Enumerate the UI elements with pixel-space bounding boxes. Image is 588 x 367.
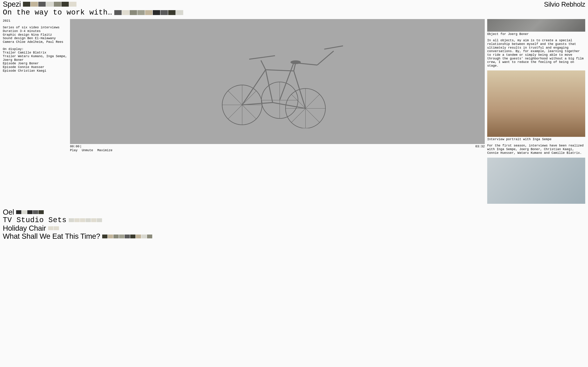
svg-line-13 <box>261 60 266 70</box>
body-paragraph: In all objects, my aim is to create a sp… <box>487 39 585 68</box>
right-column: Object for Joerg Boner In all objects, m… <box>487 19 585 204</box>
project-title: What Shall We Eat This Time? <box>3 232 100 240</box>
video-player[interactable] <box>70 19 485 144</box>
play-button[interactable]: Play <box>70 149 78 152</box>
project-row-spezi[interactable]: Spezi <box>3 0 585 8</box>
svg-point-18 <box>291 60 301 64</box>
project-title: Holiday Chair <box>3 224 46 233</box>
svg-line-17 <box>324 46 343 49</box>
maximize-button[interactable]: Maximize <box>97 149 112 152</box>
video-area: 00:00 | 03:32 Play Unmute Maximize <box>70 19 485 204</box>
project-row-oel[interactable]: Oel <box>3 208 585 216</box>
video-progress-bar[interactable]: 00:00 | 03:32 <box>70 145 485 148</box>
display-item[interactable]: Episode Joerg Boner <box>3 62 68 65</box>
project-title: Spezi <box>3 0 21 8</box>
project-row-on-the-way[interactable]: On the way to work with… <box>3 8 585 17</box>
thumbnail-strip[interactable] <box>48 226 59 230</box>
on-display-label: On display: <box>3 47 68 51</box>
credit-line: Camera Chloe Adelheim, Paul Rees <box>3 40 68 44</box>
display-item[interactable]: Trailer Camille Blatrix <box>3 51 68 55</box>
image-caption: Interview portrait with Inga Sempe <box>487 138 585 141</box>
credit-line: Sound design Ben El-Halawany <box>3 36 68 40</box>
image-additional <box>487 158 585 204</box>
project-title: TV Studio Sets <box>3 216 67 224</box>
time-current: 00:00 <box>70 145 79 148</box>
body-paragraph: For the first season, interviews have be… <box>487 144 585 155</box>
sidebar: 2021 Series of six video interviews Dura… <box>3 19 68 204</box>
video-controls: Play Unmute Maximize <box>70 149 485 152</box>
display-item[interactable]: Episode Connie Huesser <box>3 65 68 69</box>
project-row-holiday-chair[interactable]: Holiday Chair <box>3 224 585 233</box>
unmute-button[interactable]: Unmute <box>82 149 93 152</box>
site-name[interactable]: Silvio Rebholz <box>544 1 585 8</box>
thumbnail-strip[interactable] <box>23 2 77 7</box>
project-year: 2021 <box>3 19 68 23</box>
image-object-boner <box>487 19 585 32</box>
credit-line: Duration 3-4 minutes <box>3 29 68 33</box>
display-item[interactable]: Episode Christian Kaegi <box>3 69 68 73</box>
svg-line-16 <box>317 51 334 65</box>
credit-line: Graphic design Nina Flaitz <box>3 33 68 37</box>
time-total: 03:32 <box>475 145 485 148</box>
project-row-tv-studio[interactable]: TV Studio Sets <box>3 216 585 224</box>
thumbnail-strip[interactable] <box>114 10 183 15</box>
project-title: On the way to work with… <box>3 8 112 17</box>
image-caption: Object for Joerg Boner <box>487 32 585 36</box>
thumbnail-strip[interactable] <box>102 234 152 238</box>
credit-line: Series of six video interviews <box>3 26 68 29</box>
project-title: Oel <box>3 208 14 216</box>
bicycle-render-image <box>122 35 433 128</box>
image-portrait-sempe <box>487 70 585 137</box>
svg-line-14 <box>249 56 275 59</box>
project-list: Oel TV Studio Sets Holiday Chair What Sh… <box>3 208 585 240</box>
thumbnail-strip[interactable] <box>69 218 102 222</box>
project-row-what-shall-we-eat[interactable]: What Shall We Eat This Time? <box>3 232 585 240</box>
display-item[interactable]: Trailer Wataru Kumano, Inga Sempe, Joerg… <box>3 55 68 62</box>
thumbnail-strip[interactable] <box>16 210 44 214</box>
progress-cursor: | <box>80 145 82 148</box>
